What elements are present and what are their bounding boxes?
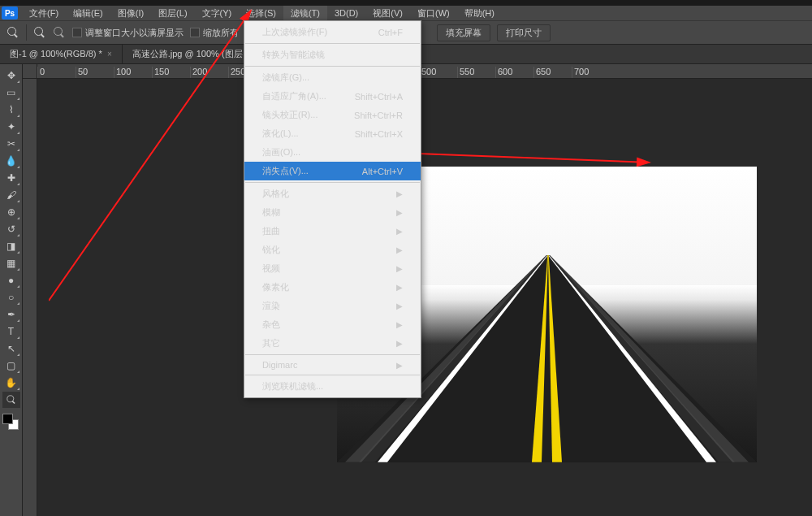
eraser-tool[interactable]: ◨ <box>2 238 20 254</box>
menu-item-O[interactable]: 油画(O)... <box>244 143 421 162</box>
menu-layer[interactable]: 图层(L) <box>151 6 194 21</box>
menu-window[interactable]: 窗口(W) <box>410 6 457 21</box>
brush-tool[interactable]: 🖌 <box>2 187 20 203</box>
close-icon[interactable]: × <box>107 50 112 59</box>
menu-item-[interactable]: 视频▶ <box>244 259 421 278</box>
healing-tool[interactable]: ✚ <box>2 170 20 186</box>
ruler-origin[interactable] <box>23 64 37 79</box>
menu-filter[interactable]: 滤镜(T) <box>283 6 327 21</box>
dodge-tool[interactable]: ○ <box>2 289 20 306</box>
document-tab[interactable]: 图-1 @ 100%(RGB/8) *× <box>0 45 123 63</box>
menu-item-[interactable]: 渲染▶ <box>244 297 421 315</box>
marquee-tool[interactable]: ▭ <box>2 85 20 101</box>
gradient-tool[interactable]: ▦ <box>2 255 20 271</box>
lasso-tool[interactable]: ⌇ <box>2 102 20 118</box>
fill-screen-button[interactable]: 填充屏幕 <box>437 24 490 41</box>
zoom-in-icon[interactable] <box>33 26 46 39</box>
menu-item-[interactable]: 锐化▶ <box>244 241 421 259</box>
eyedropper-tool[interactable]: 💧 <box>2 153 20 169</box>
menu-item-A[interactable]: 自适应广角(A)...Shift+Ctrl+A <box>244 87 421 106</box>
menu-item-[interactable]: 浏览联机滤镜... <box>244 377 421 396</box>
menu-help[interactable]: 帮助(H) <box>457 6 502 21</box>
menu-item-[interactable]: 模糊▶ <box>244 203 421 222</box>
type-tool[interactable]: T <box>2 323 20 340</box>
shape-tool[interactable]: ▢ <box>2 358 20 374</box>
menubar: Ps 文件(F) 编辑(E) 图像(I) 图层(L) 文字(Y) 选择(S) 滤… <box>0 6 812 20</box>
menu-file[interactable]: 文件(F) <box>22 6 66 21</box>
hand-tool[interactable]: ✋ <box>2 375 20 391</box>
zoom-out-icon[interactable] <box>53 26 66 39</box>
color-swatches[interactable] <box>2 414 20 431</box>
menu-item-R[interactable]: 镜头校正(R)...Shift+Ctrl+R <box>244 106 421 124</box>
menu-select[interactable]: 选择(S) <box>239 6 283 21</box>
pen-tool[interactable]: ✒ <box>2 306 20 323</box>
tools-panel: ✥ ▭ ⌇ ✦ ✂ 💧 ✚ 🖌 ⊕ ↺ ◨ ▦ ● ○ ✒ T ↖ ▢ ✋ <box>0 64 23 516</box>
menu-item-[interactable]: 像素化▶ <box>244 278 421 297</box>
vertical-ruler <box>23 79 37 516</box>
menu-item-G[interactable]: 滤镜库(G)... <box>244 68 421 87</box>
zoom-tool[interactable] <box>2 392 20 408</box>
menu-item-[interactable]: 扭曲▶ <box>244 222 421 241</box>
crop-tool[interactable]: ✂ <box>2 136 20 152</box>
menu-edit[interactable]: 编辑(E) <box>66 6 110 21</box>
app-logo[interactable]: Ps <box>2 7 18 20</box>
horizontal-ruler: 0501001502002503003504004505005506006507… <box>37 64 812 79</box>
menu-item-L[interactable]: 液化(L)...Shift+Ctrl+X <box>244 124 421 143</box>
history-brush-tool[interactable]: ↺ <box>2 221 20 237</box>
zoom-tool-icon <box>6 26 19 39</box>
move-tool[interactable]: ✥ <box>2 67 20 84</box>
menu-item-V[interactable]: 消失点(V)...Alt+Ctrl+V <box>244 162 421 180</box>
menu-item-[interactable]: 其它▶ <box>244 334 421 353</box>
menu-item-[interactable]: 杂色▶ <box>244 315 421 334</box>
menu-text[interactable]: 文字(Y) <box>195 6 240 21</box>
wand-tool[interactable]: ✦ <box>2 119 20 135</box>
menu-item-: 转换为智能滤镜 <box>244 46 421 64</box>
menu-view[interactable]: 视图(V) <box>365 6 410 21</box>
filter-menu-dropdown: 上次滤镜操作(F)Ctrl+F转换为智能滤镜滤镜库(G)...自适应广角(A).… <box>244 20 421 398</box>
stamp-tool[interactable]: ⊕ <box>2 204 20 220</box>
blur-tool[interactable]: ● <box>2 272 20 288</box>
path-tool[interactable]: ↖ <box>2 340 20 357</box>
fit-window-check[interactable]: 调整窗口大小以满屏显示 <box>72 27 184 39</box>
menu-item-[interactable]: 风格化▶ <box>244 184 421 203</box>
menu-3d[interactable]: 3D(D) <box>327 7 365 20</box>
menu-item-Digimarc[interactable]: Digimarc▶ <box>244 357 421 373</box>
zoom-all-check[interactable]: 缩放所有 <box>190 27 239 39</box>
menu-image[interactable]: 图像(I) <box>110 6 151 21</box>
menu-item-F: 上次滤镜操作(F)Ctrl+F <box>244 23 421 41</box>
print-size-button[interactable]: 打印尺寸 <box>497 24 551 41</box>
